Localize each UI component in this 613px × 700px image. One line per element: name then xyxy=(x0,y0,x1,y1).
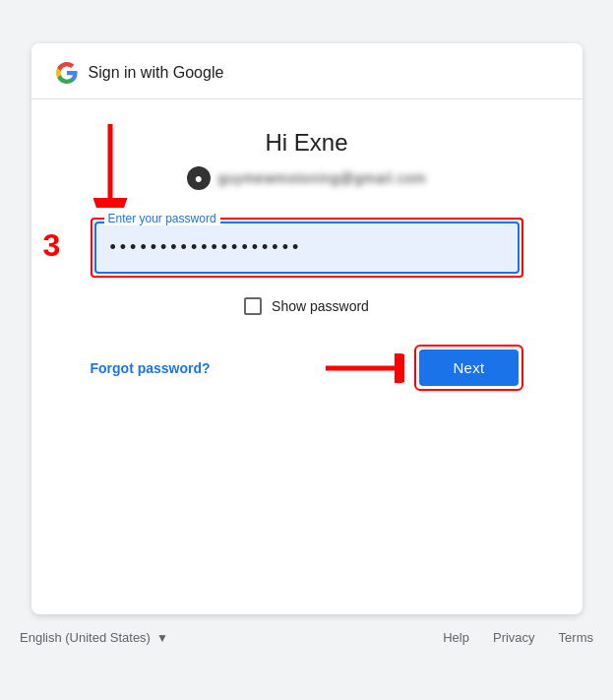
footer-language: English (United States) xyxy=(20,630,151,645)
password-section: 3 Enter your password xyxy=(91,218,523,278)
password-label: Enter your password xyxy=(104,212,220,225)
password-box-wrapper: Enter your password xyxy=(91,218,523,278)
language-dropdown-icon[interactable]: ▼ xyxy=(156,631,168,645)
next-area: Next xyxy=(326,345,522,391)
show-password-row: Show password xyxy=(244,297,369,315)
help-link[interactable]: Help xyxy=(443,630,469,645)
next-button-wrapper: Next xyxy=(414,345,522,391)
google-g-logo xyxy=(55,61,79,85)
password-input[interactable] xyxy=(94,222,520,274)
card-header: Sign in with Google xyxy=(31,43,582,99)
terms-link[interactable]: Terms xyxy=(559,630,593,645)
card-body: Hi Exne ● guymewmotoning@gmail.com 3 xyxy=(31,99,582,614)
footer: English (United States) ▼ Help Privacy T… xyxy=(0,618,613,657)
email-display: guymewmotoning@gmail.com xyxy=(218,170,427,186)
show-password-label: Show password xyxy=(272,298,369,314)
sign-in-card: Sign in with Google Hi Exne ● guymewmoto… xyxy=(31,43,582,614)
greeting-text: Hi Exne xyxy=(265,129,347,157)
avatar: ● xyxy=(187,166,211,190)
annotation-arrow-right xyxy=(326,353,404,383)
privacy-link[interactable]: Privacy xyxy=(493,630,535,645)
next-button[interactable]: Next xyxy=(419,350,518,386)
account-row: ● guymewmotoning@gmail.com xyxy=(187,166,427,190)
actions-row: Forgot password? Next xyxy=(91,345,523,391)
show-password-checkbox[interactable] xyxy=(244,297,262,315)
password-field-container: Enter your password xyxy=(94,222,520,274)
header-title: Sign in with Google xyxy=(89,64,224,82)
avatar-icon: ● xyxy=(194,170,202,186)
annotation-number-3: 3 xyxy=(43,229,61,261)
annotation-arrow-down xyxy=(81,119,140,208)
footer-right: Help Privacy Terms xyxy=(443,630,593,645)
footer-left: English (United States) ▼ xyxy=(20,630,168,645)
forgot-password-link[interactable]: Forgot password? xyxy=(91,360,211,376)
